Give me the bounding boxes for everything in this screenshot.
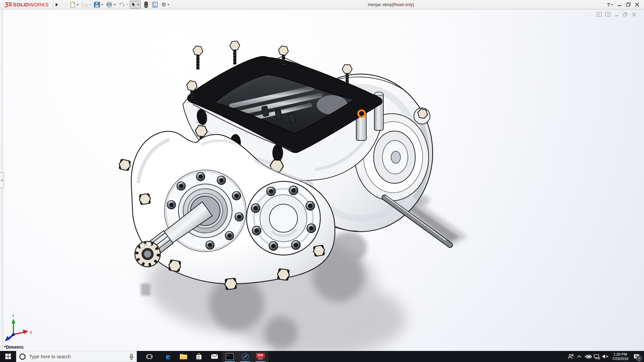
- new-document-icon: [70, 2, 75, 8]
- logo-text-solid: SOLID: [13, 2, 29, 7]
- edge-icon: e: [166, 353, 170, 361]
- new-document-button[interactable]: [69, 1, 76, 9]
- undo-button[interactable]: [117, 1, 126, 9]
- hidden-icons-button[interactable]: [575, 351, 584, 362]
- taskbar-app-command-prompt[interactable]: C:\_: [222, 351, 237, 362]
- file-properties-icon: [152, 2, 158, 8]
- flyout-arrow-icon: [56, 3, 58, 6]
- close-button[interactable]: [633, 0, 641, 9]
- task-view-button[interactable]: [142, 351, 157, 362]
- print-button[interactable]: [105, 1, 113, 9]
- menu-flyout-button[interactable]: [53, 1, 60, 8]
- windows-logo-icon: [5, 354, 11, 359]
- save-floppy-icon: [94, 2, 100, 8]
- help-button[interactable]: ?: [606, 0, 615, 9]
- solidworks-window: ƷS SOLIDWORKS: [0, 0, 644, 362]
- minimize-icon: [618, 2, 622, 7]
- network-button[interactable]: [592, 351, 601, 362]
- taskbar-app-mail[interactable]: [207, 351, 222, 362]
- solidworks-logo-mark-icon: ƷS: [5, 1, 12, 8]
- chevron-up-icon: [577, 355, 582, 358]
- solidworks-logo: ƷS SOLIDWORKS: [5, 0, 49, 9]
- help-caret[interactable]: [611, 4, 613, 5]
- document-title-text: menjac sklop: [368, 2, 392, 7]
- command-prompt-icon: C:\_: [226, 353, 234, 360]
- readonly-badge: [Read-only]: [392, 2, 414, 7]
- clock-date: 7/23/2018: [612, 357, 629, 361]
- taskbar-app-store[interactable]: [191, 351, 207, 362]
- triad-x-label: X: [30, 330, 32, 335]
- quick-access-toolbar: ⚙: [69, 0, 171, 9]
- taskbar-app-hexagon[interactable]: [237, 351, 253, 362]
- mail-icon: [211, 354, 218, 359]
- taskbar-search[interactable]: [16, 351, 137, 362]
- battery-charging-icon: [584, 354, 592, 359]
- logo-text-works: WORKS: [29, 2, 49, 7]
- file-properties-button[interactable]: [151, 1, 159, 9]
- options-caret[interactable]: [167, 4, 169, 5]
- print-icon: [106, 2, 112, 8]
- select-caret[interactable]: [137, 4, 139, 5]
- action-center-button[interactable]: 3: [631, 351, 642, 362]
- view-orientation-label: *Dimetric: [4, 345, 24, 350]
- hexagon-app-icon: [241, 353, 249, 361]
- rebuild-stoplight-button[interactable]: [143, 1, 149, 9]
- minimize-button[interactable]: [615, 0, 624, 9]
- cortana-icon: [19, 353, 26, 360]
- close-icon: [635, 2, 639, 7]
- search-input[interactable]: [29, 354, 126, 360]
- triad-y-label: Y: [12, 314, 14, 318]
- file-explorer-icon: [180, 354, 187, 359]
- new-document-caret[interactable]: [77, 4, 79, 5]
- gearbox-3d-model[interactable]: Y X: [0, 9, 644, 351]
- notification-badge: 3: [636, 356, 642, 361]
- undo-caret[interactable]: [126, 4, 128, 5]
- microphone-icon[interactable]: [129, 354, 134, 360]
- clock-time: 1:20 PM: [612, 352, 629, 357]
- open-caret[interactable]: [89, 4, 91, 5]
- window-controls: ?: [606, 0, 641, 9]
- restore-icon: [626, 2, 631, 7]
- battery-button[interactable]: [584, 351, 592, 362]
- print-caret[interactable]: [114, 4, 116, 5]
- taskbar-app-solidworks[interactable]: SW 2017: [253, 351, 268, 362]
- open-folder-icon: [82, 2, 88, 7]
- network-icon: [593, 354, 600, 359]
- task-view-icon: [146, 354, 153, 359]
- graphics-viewport[interactable]: Y X *Dimetric: [0, 9, 644, 351]
- select-tool-button-active[interactable]: [130, 1, 141, 9]
- volume-muted-icon: [602, 354, 609, 359]
- open-button[interactable]: [80, 1, 89, 9]
- start-button[interactable]: [0, 351, 16, 362]
- windows-taskbar: e C:\_: [0, 351, 644, 362]
- people-button[interactable]: [566, 351, 575, 362]
- options-button[interactable]: ⚙: [160, 1, 167, 9]
- title-bar: ƷS SOLIDWORKS: [0, 0, 644, 9]
- save-caret[interactable]: [101, 4, 103, 5]
- people-icon: [567, 354, 574, 360]
- taskbar-app-file-explorer[interactable]: [176, 351, 191, 362]
- center-flange: [247, 181, 320, 255]
- system-tray: 1:20 PM 7/23/2018 3: [566, 351, 644, 362]
- stoplight-icon: [144, 1, 148, 8]
- gear-icon: ⚙: [161, 2, 166, 7]
- taskbar-clock[interactable]: 1:20 PM 7/23/2018: [610, 351, 631, 362]
- solidworks-2017-icon: SW 2017: [256, 353, 265, 360]
- undo-arrow-icon: [118, 2, 125, 7]
- volume-button[interactable]: [601, 351, 610, 362]
- restore-button[interactable]: [624, 0, 633, 9]
- document-title: menjac sklop [Read-only]: [342, 0, 439, 9]
- taskbar-app-edge[interactable]: e: [160, 351, 176, 362]
- reference-triad: Y X: [5, 314, 32, 342]
- select-cursor-icon: [131, 2, 136, 8]
- save-button[interactable]: [93, 1, 101, 9]
- microsoft-store-icon: [196, 353, 202, 360]
